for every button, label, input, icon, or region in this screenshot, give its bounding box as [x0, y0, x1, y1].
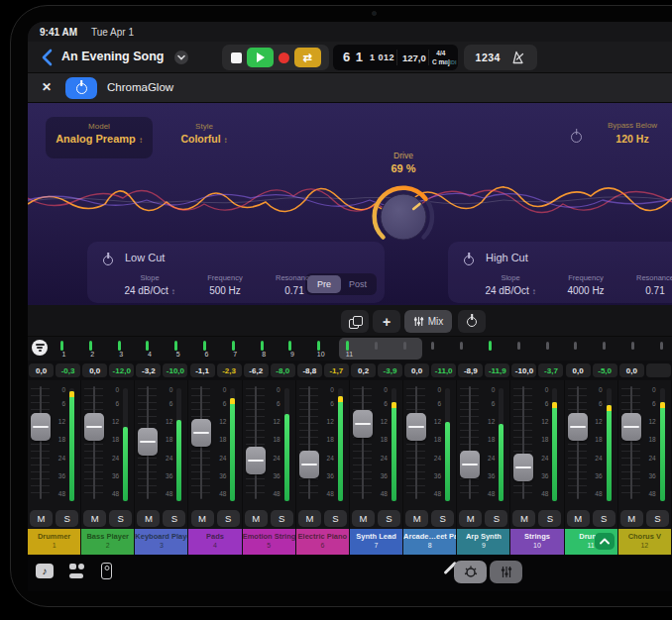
- peak-value[interactable]: -3,7: [538, 363, 563, 377]
- cycle-button[interactable]: ⇄: [294, 48, 321, 67]
- overview-channel-tick[interactable]: [375, 342, 378, 350]
- solo-button[interactable]: S: [485, 510, 507, 527]
- overview-channel-tick[interactable]: [460, 342, 463, 350]
- post-button[interactable]: Post: [341, 275, 375, 293]
- track-name-tag[interactable]: Emotion Strings 5: [243, 529, 295, 555]
- volume-value[interactable]: 0,0: [619, 363, 644, 377]
- solo-button[interactable]: S: [646, 510, 669, 527]
- loop-browser-icon[interactable]: ♪: [36, 564, 54, 578]
- track-name-tag[interactable]: Keyboard Player 3: [135, 529, 187, 555]
- low-cut-frequency[interactable]: Frequency 500 Hz: [194, 273, 256, 296]
- fader-handle[interactable]: [299, 451, 319, 478]
- track-name-tag[interactable]: Drummer 1: [28, 529, 80, 555]
- song-menu-chevron-icon[interactable]: [174, 51, 188, 64]
- mixer-power-button[interactable]: [458, 310, 486, 333]
- fader-handle[interactable]: [353, 410, 373, 438]
- solo-button[interactable]: S: [593, 510, 616, 527]
- volume-value[interactable]: 0,0: [404, 363, 429, 377]
- overview-channel-tick[interactable]: [603, 342, 606, 350]
- volume-value[interactable]: -1,1: [190, 363, 215, 377]
- peak-value[interactable]: -8,0: [271, 363, 295, 377]
- song-title[interactable]: An Evening Song: [61, 50, 164, 63]
- fader-handle[interactable]: [513, 454, 533, 481]
- fader-handle[interactable]: [191, 419, 211, 447]
- overview-channel-tick[interactable]: [317, 341, 320, 351]
- track-name-tag[interactable]: Pads 4: [188, 529, 241, 555]
- volume-value[interactable]: -3,2: [136, 363, 161, 377]
- fader-handle[interactable]: [621, 413, 641, 441]
- bypass-power-icon[interactable]: [571, 129, 582, 147]
- drive-knob[interactable]: [369, 182, 438, 252]
- peak-value[interactable]: -0,3: [56, 363, 80, 377]
- track-name-tag[interactable]: Drums 11: [565, 529, 617, 555]
- mute-button[interactable]: M: [620, 510, 643, 527]
- mute-button[interactable]: M: [191, 510, 214, 527]
- peak-value[interactable]: -3,9: [378, 363, 402, 377]
- overview-channel-tick[interactable]: [60, 341, 63, 351]
- mute-button[interactable]: M: [512, 510, 535, 527]
- fader-handle[interactable]: [406, 413, 426, 441]
- play-surface-icon[interactable]: [101, 563, 112, 579]
- peak-value[interactable]: -10,0: [163, 363, 187, 377]
- fader-handle[interactable]: [460, 451, 480, 478]
- lcd-display[interactable]: 6 1 1 012 127,0 4/4C maj MIDI: [333, 45, 458, 70]
- overview-channel-tick[interactable]: [203, 341, 206, 351]
- filter-icon[interactable]: [32, 340, 48, 356]
- plugin-power-button[interactable]: [65, 77, 97, 99]
- overview-channel-tick[interactable]: [346, 341, 349, 351]
- overview-channel-tick[interactable]: [546, 342, 549, 350]
- duplicate-button[interactable]: [341, 310, 369, 333]
- high-cut-power-icon[interactable]: [464, 252, 474, 269]
- bypass-below-control[interactable]: Bypass Below 120 Hz: [601, 121, 664, 145]
- mute-button[interactable]: M: [567, 510, 590, 527]
- plugin-tiles-icon[interactable]: [69, 564, 85, 578]
- mute-button[interactable]: M: [352, 510, 375, 527]
- play-button[interactable]: [247, 48, 274, 67]
- peak-value[interactable]: [646, 363, 671, 377]
- high-cut-resonance[interactable]: Resonance 0.71: [624, 273, 672, 296]
- overview-channel-tick[interactable]: [261, 341, 264, 351]
- overview-channel-tick[interactable]: [403, 342, 406, 350]
- track-name-tag[interactable]: Electric Piano 6: [296, 529, 349, 555]
- overview-channel-tick[interactable]: [574, 342, 577, 350]
- mix-view-button[interactable]: Mix: [404, 310, 452, 333]
- volume-value[interactable]: -8,9: [458, 363, 483, 377]
- solo-button[interactable]: S: [271, 510, 293, 527]
- track-name-tag[interactable]: Bass Player 2: [81, 529, 134, 555]
- peak-value[interactable]: -1,7: [324, 363, 349, 377]
- volume-value[interactable]: -6,2: [244, 363, 269, 377]
- close-plugin-icon[interactable]: ✕: [42, 80, 52, 94]
- metronome-icon[interactable]: [511, 51, 525, 64]
- peak-value[interactable]: -2,3: [217, 363, 242, 377]
- solo-button[interactable]: S: [163, 510, 185, 527]
- track-name-tag[interactable]: Arp Synth 9: [457, 529, 509, 555]
- peak-value[interactable]: -11,9: [485, 363, 509, 377]
- solo-button[interactable]: S: [56, 510, 78, 527]
- fader-handle[interactable]: [246, 447, 266, 474]
- track-name-tag[interactable]: Chorus V 12: [618, 529, 671, 555]
- model-selector[interactable]: Model Analog Preamp ↕: [46, 117, 153, 158]
- overview-channel-tick[interactable]: [660, 342, 663, 350]
- overview-channel-tick[interactable]: [232, 341, 235, 351]
- mute-button[interactable]: M: [83, 510, 106, 527]
- volume-value[interactable]: 0,2: [351, 363, 376, 377]
- peak-value[interactable]: -5,0: [593, 363, 617, 377]
- overview-channel-tick[interactable]: [631, 342, 634, 350]
- mute-button[interactable]: M: [30, 510, 53, 527]
- overview-channel-tick[interactable]: [431, 342, 434, 350]
- collapse-chevron-button[interactable]: [595, 533, 615, 550]
- peak-value[interactable]: -12,0: [109, 363, 134, 377]
- mixer-view-button[interactable]: [490, 561, 522, 583]
- fader-handle[interactable]: [31, 413, 51, 441]
- low-cut-power-icon[interactable]: [103, 252, 113, 269]
- volume-value[interactable]: -10,0: [511, 363, 536, 377]
- add-track-button[interactable]: +: [373, 310, 400, 333]
- fader-handle[interactable]: [568, 413, 588, 441]
- volume-value[interactable]: -8,8: [297, 363, 322, 377]
- track-name-tag[interactable]: Synth Lead 7: [350, 529, 402, 555]
- overview-channel-tick[interactable]: [489, 341, 492, 351]
- solo-button[interactable]: S: [109, 510, 132, 527]
- count-in-control[interactable]: 1234: [464, 45, 537, 70]
- solo-button[interactable]: S: [431, 510, 454, 527]
- volume-value[interactable]: 0,0: [82, 363, 107, 377]
